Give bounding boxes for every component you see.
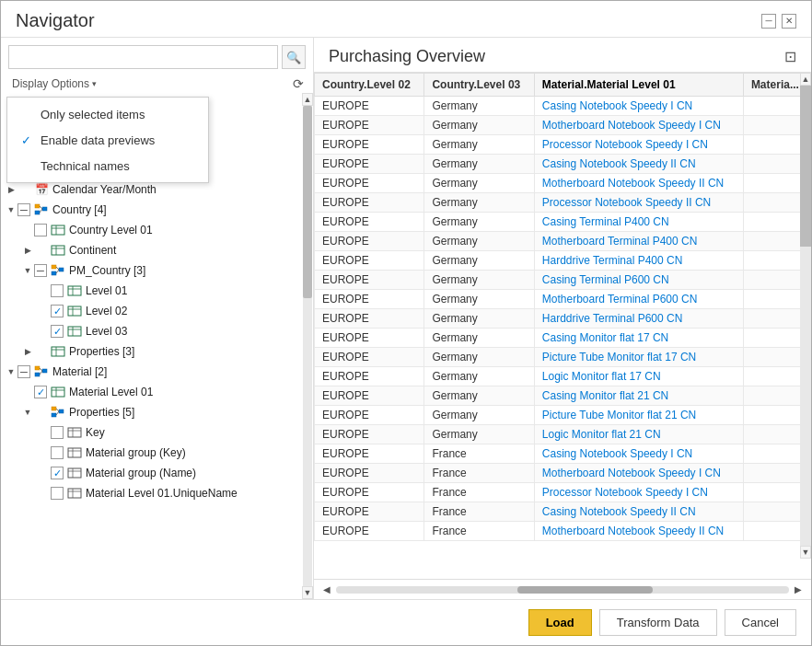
checkbox-unchecked[interactable] (51, 446, 64, 459)
table-row[interactable]: EUROPE Germany Logic Monitor flat 17 CN (315, 367, 811, 386)
expand-icon[interactable]: ▶ (21, 347, 34, 356)
footer: Load Transform Data Cancel (1, 599, 811, 645)
tree-scroll-up-arrow[interactable]: ▲ (302, 93, 313, 106)
svg-rect-1 (35, 211, 40, 214)
load-button[interactable]: Load (528, 609, 592, 636)
cell-country-level-03: France (424, 464, 534, 483)
table-row[interactable]: EUROPE Germany Motherboard Notebook Spee… (315, 116, 811, 135)
svg-rect-13 (59, 268, 64, 271)
cell-country-level-02: EUROPE (315, 290, 424, 309)
checkbox-checked[interactable]: ✓ (51, 325, 64, 338)
tree-item[interactable]: ✓ Material Level 01 (1, 382, 313, 402)
table-row[interactable]: EUROPE Germany Motherboard Terminal P600… (315, 290, 811, 309)
svg-rect-16 (68, 286, 81, 295)
checkbox-unchecked[interactable] (51, 426, 64, 439)
checkbox-checked[interactable]: ✓ (34, 386, 47, 398)
checkbox-partial[interactable]: ─ (17, 203, 30, 216)
tree-item[interactable]: ▼ Properties [5] (1, 402, 313, 422)
h-scroll-left-arrow[interactable]: ◀ (321, 584, 332, 594)
table-row[interactable]: EUROPE Germany Harddrive Terminal P400 C… (315, 251, 811, 271)
table-icon (66, 325, 83, 338)
table-row[interactable]: EUROPE Germany Harddrive Terminal P600 C… (315, 309, 811, 329)
table-row[interactable]: EUROPE Germany Picture Tube Monitor flat… (315, 406, 811, 425)
preview-icon-button[interactable]: ⊡ (784, 48, 796, 65)
table-row[interactable]: EUROPE Germany Casing Monitor flat 17 CN (315, 329, 811, 348)
table-row[interactable]: EUROPE Germany Picture Tube Monitor flat… (315, 348, 811, 367)
tree-label: Material Level 01.UniqueName (86, 487, 238, 500)
refresh-icon-button[interactable]: ⟳ (291, 75, 306, 93)
table-row[interactable]: EUROPE Germany Casing Terminal P600 CN (315, 271, 811, 290)
svg-rect-44 (68, 448, 81, 457)
search-input[interactable] (8, 45, 278, 69)
tree-scroll-down-arrow[interactable]: ▼ (302, 586, 313, 599)
table-row[interactable]: EUROPE France Processor Notebook Speedy … (315, 483, 811, 502)
table-row[interactable]: EUROPE France Motherboard Notebook Speed… (315, 522, 811, 541)
table-row[interactable]: EUROPE France Motherboard Notebook Speed… (315, 464, 811, 483)
search-button[interactable]: 🔍 (282, 45, 306, 69)
svg-rect-19 (68, 306, 81, 316)
table-row[interactable]: EUROPE Germany Logic Monitor flat 21 CN (315, 425, 811, 444)
tree-item[interactable]: ✓ Level 02 (1, 301, 313, 321)
svg-rect-30 (42, 369, 47, 373)
tree-item[interactable]: Material group (Key) (1, 443, 313, 463)
tree-label: Level 01 (86, 284, 127, 297)
tree-item[interactable]: Key (1, 422, 313, 443)
cell-material-level-01: Casing Terminal P600 CN (534, 271, 743, 290)
checkbox-unchecked[interactable] (51, 487, 64, 500)
tree-item[interactable]: ▼ ─ PM_Country [3] (1, 260, 313, 281)
expand-icon[interactable]: ▼ (21, 266, 34, 275)
dropdown-item-only-selected[interactable]: Only selected items (7, 101, 208, 127)
table-row[interactable]: EUROPE Germany Casing Terminal P400 CN (315, 213, 811, 232)
checkbox-partial[interactable]: ─ (17, 365, 30, 378)
checkbox-checked[interactable]: ✓ (51, 305, 64, 317)
cell-country-level-02: EUROPE (315, 444, 424, 464)
transform-data-button[interactable]: Transform Data (599, 609, 717, 636)
cell-country-level-03: Germany (424, 155, 534, 174)
table-row[interactable]: EUROPE Germany Casing Notebook Speedy II… (315, 155, 811, 174)
tree-item[interactable]: ▶ Continent (1, 240, 313, 260)
cell-country-level-03: France (424, 502, 534, 522)
table-row[interactable]: EUROPE Germany Processor Notebook Speedy… (315, 135, 811, 155)
main-content: 🔍 Display Options ▾ ⟳ Only selected item… (1, 38, 811, 599)
expand-icon[interactable]: ▶ (5, 185, 17, 194)
tree-item[interactable]: ✓ Level 03 (1, 321, 313, 341)
cell-country-level-02: EUROPE (315, 155, 424, 174)
checkbox-unchecked[interactable] (34, 224, 47, 236)
close-button[interactable]: ✕ (782, 14, 796, 29)
table-scroll-down-arrow[interactable]: ▼ (800, 546, 811, 559)
expand-icon[interactable]: ▶ (21, 246, 34, 255)
tree-item[interactable]: Country Level 01 (1, 220, 313, 240)
svg-rect-33 (52, 387, 64, 397)
cell-country-level-02: EUROPE (315, 464, 424, 483)
table-row[interactable]: EUROPE Germany Motherboard Terminal P400… (315, 232, 811, 251)
tree-item[interactable]: ▼ ─ Country [4] (1, 200, 313, 220)
dropdown-item-technical-names[interactable]: Technical names (7, 153, 208, 179)
h-scroll-right-arrow[interactable]: ▶ (793, 584, 804, 594)
expand-icon[interactable]: ▼ (5, 367, 17, 376)
table-row[interactable]: EUROPE Germany Casing Notebook Speedy I … (315, 97, 811, 116)
tree-item[interactable]: ▼ ─ Material [2] (1, 362, 313, 382)
table-row[interactable]: EUROPE Germany Motherboard Notebook Spee… (315, 174, 811, 193)
checkbox-checked[interactable]: ✓ (51, 467, 64, 479)
display-options-button[interactable]: Display Options ▾ (8, 75, 100, 92)
table-scroll-up-arrow[interactable]: ▲ (800, 73, 811, 86)
tree-item[interactable]: Material Level 01.UniqueName (1, 483, 313, 503)
h-scroll-thumb (517, 586, 654, 594)
title-bar: Navigator ─ ✕ (1, 1, 811, 38)
tree-item[interactable]: ✓ Material group (Name) (1, 463, 313, 483)
expand-icon[interactable]: ▼ (5, 205, 17, 214)
expand-icon[interactable]: ▼ (21, 408, 34, 417)
minimize-button[interactable]: ─ (761, 14, 776, 29)
cancel-button[interactable]: Cancel (725, 609, 796, 636)
table-row[interactable]: EUROPE France Casing Notebook Speedy I C… (315, 444, 811, 464)
no-checkbox (17, 183, 30, 196)
checkbox-unchecked[interactable] (51, 284, 64, 297)
checkbox-partial[interactable]: ─ (34, 264, 47, 277)
table-container[interactable]: Country.Level 02 Country.Level 03 Materi… (314, 72, 811, 579)
table-row[interactable]: EUROPE Germany Casing Monitor flat 21 CN (315, 386, 811, 406)
table-row[interactable]: EUROPE Germany Processor Notebook Speedy… (315, 193, 811, 213)
tree-item[interactable]: ▶ Properties [3] (1, 341, 313, 362)
dropdown-item-enable-previews[interactable]: ✓ Enable data previews (7, 127, 208, 153)
tree-item[interactable]: Level 01 (1, 281, 313, 301)
table-row[interactable]: EUROPE France Casing Notebook Speedy II … (315, 502, 811, 522)
